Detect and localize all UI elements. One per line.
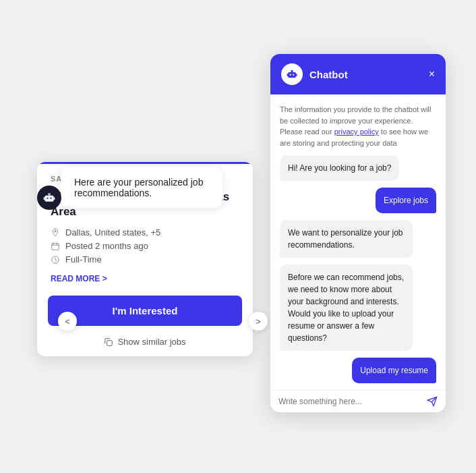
svg-rect-18 — [287, 74, 289, 76]
chat-send-button[interactable] — [427, 396, 438, 407]
job-details: Dallas, United states, +5 Posted 2 month… — [37, 227, 253, 271]
location-icon — [51, 228, 60, 238]
svg-rect-0 — [44, 196, 53, 202]
chat-message-user-2: Upload my resume — [352, 358, 436, 383]
svg-rect-6 — [54, 197, 55, 200]
svg-rect-19 — [296, 74, 297, 76]
carousel-right-arrow[interactable]: > — [249, 312, 268, 331]
interested-button[interactable]: I'm Interested — [48, 296, 242, 326]
calendar-icon — [51, 242, 60, 251]
bot-svg-left — [42, 191, 56, 204]
chat-message-bot-2: We want to personalize your job recommen… — [280, 220, 413, 258]
carousel-left-arrow[interactable]: < — [58, 312, 77, 331]
job-type: Full-Time — [65, 254, 102, 265]
speech-bubble-text: Here are your personalized job recommend… — [74, 177, 203, 198]
read-more-link[interactable]: READ MORE > — [37, 271, 121, 293]
svg-point-7 — [55, 230, 56, 231]
svg-rect-14 — [288, 72, 296, 78]
left-arrow-label: < — [65, 316, 70, 327]
svg-rect-13 — [107, 340, 113, 345]
job-posted-row: Posted 2 months ago — [51, 241, 239, 251]
privacy-link[interactable]: privacy policy — [334, 128, 379, 136]
show-similar-jobs[interactable]: Show similar jobs — [37, 333, 253, 356]
job-posted: Posted 2 months ago — [65, 241, 148, 251]
chat-input[interactable] — [278, 397, 421, 406]
send-icon — [427, 396, 438, 407]
job-type-row: Full-Time — [51, 254, 239, 265]
privacy-notice: The information you provide to the chatb… — [280, 104, 436, 148]
copy-icon — [104, 337, 113, 347]
clock-icon — [51, 255, 60, 265]
svg-rect-5 — [44, 197, 45, 200]
chatbot-header: Chatbot × — [270, 54, 446, 94]
svg-point-16 — [293, 74, 294, 76]
bot-icon-left — [37, 186, 61, 210]
chatbot-close-button[interactable]: × — [429, 69, 435, 80]
chat-message-user-1: Explore jobs — [376, 188, 436, 213]
svg-rect-8 — [52, 244, 59, 250]
chat-message-bot-1: Hi! Are you looking for a job? — [280, 155, 399, 181]
svg-point-2 — [50, 198, 52, 200]
chatbot-header-icon — [281, 63, 303, 85]
chat-message-bot-3: Before we can recommend jobs, we need to… — [280, 265, 413, 351]
svg-point-15 — [290, 74, 291, 76]
chatbot-panel: Chatbot × The information you provide to… — [270, 54, 446, 412]
job-location-row: Dallas, United states, +5 — [51, 227, 239, 238]
svg-rect-17 — [291, 70, 293, 72]
job-location: Dallas, United states, +5 — [65, 227, 160, 238]
right-arrow-label: > — [256, 316, 261, 327]
chat-input-row — [270, 390, 446, 412]
speech-bubble: Here are your personalized job recommend… — [61, 167, 222, 208]
show-similar-label: Show similar jobs — [117, 337, 185, 347]
chatbot-body: The information you provide to the chatb… — [270, 94, 446, 390]
chatbot-title: Chatbot — [309, 69, 422, 80]
svg-point-1 — [47, 198, 49, 200]
bot-icon-header — [286, 68, 298, 80]
